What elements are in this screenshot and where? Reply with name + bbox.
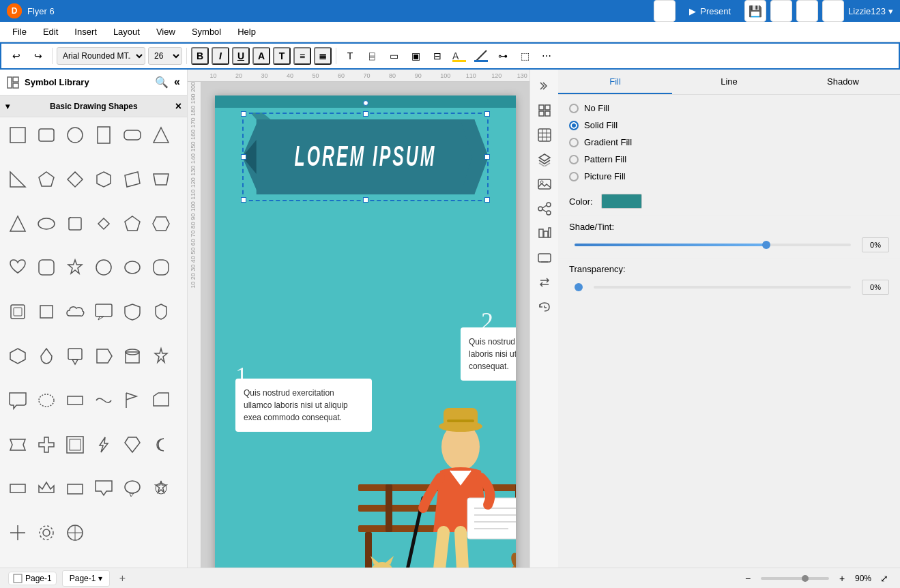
- shape-square[interactable]: [5, 123, 30, 147]
- shape-bubble[interactable]: [120, 476, 145, 501]
- color-swatch[interactable]: [601, 194, 642, 209]
- shape-flag[interactable]: [120, 388, 145, 413]
- line-height-button[interactable]: T: [273, 47, 291, 65]
- right-tool-connect[interactable]: [534, 198, 555, 220]
- shape-speech[interactable]: [91, 299, 116, 324]
- shape-right-triangle[interactable]: [5, 167, 30, 192]
- radio-picture-fill[interactable]: [569, 172, 579, 181]
- shape-shield3[interactable]: [63, 344, 87, 368]
- share-button[interactable]: ⊏: [822, 0, 844, 22]
- shape-banner2[interactable]: [5, 476, 30, 501]
- shape-crown[interactable]: [34, 476, 59, 501]
- collapse-icon[interactable]: «: [174, 76, 180, 89]
- underline-button[interactable]: U: [232, 47, 250, 65]
- bold-button[interactable]: B: [191, 47, 209, 65]
- menu-file[interactable]: File: [5, 24, 33, 40]
- shape-drop[interactable]: [34, 344, 59, 368]
- shape-triangle[interactable]: [149, 123, 173, 147]
- shape-parallelogram[interactable]: [120, 167, 145, 192]
- shape-circle2[interactable]: [91, 255, 116, 280]
- right-tool-grid[interactable]: [534, 124, 555, 146]
- shape-plus[interactable]: [5, 520, 30, 545]
- char-spacing-button[interactable]: A: [252, 47, 270, 65]
- shape-shield2[interactable]: [149, 299, 173, 324]
- shape-cloud[interactable]: [63, 299, 87, 324]
- tab-shadow[interactable]: Shadow: [786, 70, 900, 94]
- menu-help[interactable]: Help: [231, 24, 263, 40]
- present-button[interactable]: ▶ Page-1 Present: [680, 1, 740, 21]
- right-tool-arrange[interactable]: [534, 100, 555, 121]
- shape-blob[interactable]: [120, 255, 145, 280]
- zoom-slider[interactable]: [761, 577, 829, 580]
- shape-cross[interactable]: [34, 432, 59, 457]
- line-color-button[interactable]: [471, 46, 491, 65]
- font-family-select[interactable]: Arial Rounded MT... Arial Times New Roma…: [57, 47, 145, 65]
- shape-tab[interactable]: [149, 388, 173, 413]
- shape-pentagon2[interactable]: [120, 211, 145, 236]
- menu-symbol[interactable]: Symbol: [185, 24, 228, 40]
- shape-hexagon[interactable]: [91, 167, 116, 192]
- radio-solid-fill[interactable]: [569, 121, 579, 130]
- shape-badge[interactable]: [5, 299, 30, 324]
- shape-hexagon2[interactable]: [149, 211, 173, 236]
- search-icon[interactable]: 🔍: [155, 76, 169, 89]
- add-page-button[interactable]: +: [115, 572, 129, 585]
- shape-star2[interactable]: [149, 344, 173, 368]
- more-align-button[interactable]: ≣: [314, 47, 332, 65]
- shape-rounded-sq[interactable]: [34, 255, 59, 280]
- right-tool-expand[interactable]: [534, 75, 555, 97]
- frame-style-button[interactable]: ▣: [406, 46, 425, 65]
- shape-crescent[interactable]: [149, 432, 173, 457]
- italic-button[interactable]: I: [212, 47, 229, 65]
- user-menu[interactable]: Lizzie123 ▾: [848, 6, 893, 16]
- fill-color-button[interactable]: A: [450, 46, 469, 65]
- tab-fill[interactable]: Fill: [558, 70, 672, 94]
- shape-pentagon[interactable]: [34, 167, 59, 192]
- shape-lightning[interactable]: [91, 432, 116, 457]
- shape-cylinder[interactable]: [120, 344, 145, 368]
- canvas-scroll[interactable]: LOREM IPSUM 1 Quis nostrud exercitation …: [201, 82, 529, 568]
- redo-button[interactable]: ↪: [29, 46, 48, 65]
- right-tool-slide[interactable]: [534, 247, 555, 269]
- shape-star3[interactable]: [149, 476, 173, 501]
- shade-tint-track[interactable]: [575, 244, 851, 246]
- text-box-button[interactable]: T: [340, 46, 360, 65]
- transparency-track[interactable]: [594, 286, 851, 289]
- menu-insert[interactable]: Insert: [68, 24, 104, 40]
- more-options-button[interactable]: ⋯: [537, 46, 556, 65]
- shape-tall-rect[interactable]: [91, 123, 116, 147]
- right-tool-swap[interactable]: [534, 271, 555, 293]
- banner-element[interactable]: LOREM IPSUM: [242, 113, 489, 201]
- radio-no-fill[interactable]: [569, 104, 579, 113]
- menu-view[interactable]: View: [149, 24, 182, 40]
- right-tool-data[interactable]: [534, 222, 555, 244]
- shape-gear[interactable]: [34, 520, 59, 545]
- save-button[interactable]: 💾: [744, 0, 766, 22]
- shape-scroll[interactable]: [63, 211, 87, 236]
- dash-line-button[interactable]: ⊶: [493, 46, 512, 65]
- menu-edit[interactable]: Edit: [36, 24, 65, 40]
- fill-option-picture[interactable]: Picture Fill: [569, 171, 889, 181]
- shape-frame[interactable]: [63, 432, 87, 457]
- shape-diamond2[interactable]: [5, 344, 30, 368]
- shape-pillow[interactable]: [149, 255, 173, 280]
- border-button[interactable]: ⬚: [515, 46, 534, 65]
- shape-rect-outline[interactable]: [63, 476, 87, 501]
- radio-gradient-fill[interactable]: [569, 138, 579, 147]
- zoom-in-button[interactable]: +: [834, 571, 850, 586]
- tab-line[interactable]: Line: [672, 70, 786, 94]
- shape-ribbon[interactable]: [63, 388, 87, 413]
- shape-star[interactable]: [63, 255, 87, 280]
- right-tool-history[interactable]: [534, 296, 555, 318]
- fill-option-none[interactable]: No Fill: [569, 103, 889, 113]
- fill-option-pattern[interactable]: Pattern Fill: [569, 154, 889, 164]
- font-size-select[interactable]: 26 12 14 18 24 32 36 48: [148, 47, 182, 65]
- fill-option-solid[interactable]: Solid Fill: [569, 120, 889, 130]
- shape-circle[interactable]: [63, 123, 87, 147]
- shape-wide-rounded[interactable]: [120, 123, 145, 147]
- shape-trapezoid[interactable]: [149, 167, 173, 192]
- shape-wave[interactable]: [91, 388, 116, 413]
- download-button[interactable]: ⬇: [770, 0, 792, 22]
- shape-tag[interactable]: [91, 344, 116, 368]
- frame-button[interactable]: ▭: [384, 46, 403, 65]
